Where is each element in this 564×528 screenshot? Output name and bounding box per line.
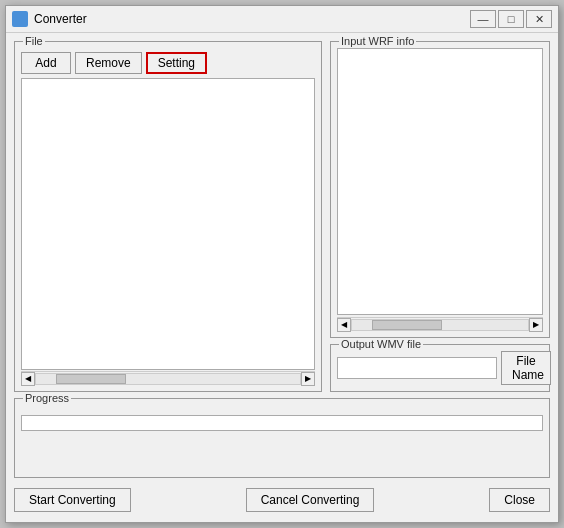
main-window: Converter — □ ✕ File Add Remove Setting [5, 5, 559, 523]
input-wrf-group: Input WRF info ◀ ▶ [330, 41, 550, 338]
output-wmv-group: Output WMV file File Name [330, 344, 550, 392]
output-wmv-label: Output WMV file [339, 338, 423, 350]
maximize-button[interactable]: □ [498, 10, 524, 28]
file-group-label: File [23, 35, 45, 47]
input-wrf-label: Input WRF info [339, 35, 416, 47]
title-controls: — □ ✕ [470, 10, 552, 28]
wrf-hscroll-thumb[interactable] [372, 320, 442, 330]
hscroll-track[interactable] [35, 373, 301, 385]
progress-group: Progress [14, 398, 550, 478]
wrf-hscroll-track[interactable] [351, 319, 529, 331]
file-name-button[interactable]: File Name [501, 351, 551, 385]
top-section: File Add Remove Setting ◀ ▶ [14, 41, 550, 392]
wrf-hscroll-right[interactable]: ▶ [529, 318, 543, 332]
file-group: File Add Remove Setting ◀ ▶ [14, 41, 322, 392]
progress-bar-container [21, 415, 543, 431]
wrf-hscroll-left[interactable]: ◀ [337, 318, 351, 332]
output-filename-input[interactable] [337, 357, 497, 379]
hscroll-thumb[interactable] [56, 374, 126, 384]
main-content: File Add Remove Setting ◀ ▶ [6, 33, 558, 522]
output-row: File Name [337, 351, 543, 385]
app-icon [12, 11, 28, 27]
file-list[interactable] [21, 78, 315, 370]
close-button[interactable]: Close [489, 488, 550, 512]
bottom-buttons: Start Converting Cancel Converting Close [14, 484, 550, 514]
hscroll-right-arrow[interactable]: ▶ [301, 372, 315, 386]
file-buttons: Add Remove Setting [21, 52, 315, 74]
wrf-text-area[interactable] [337, 48, 543, 315]
title-bar-left: Converter [12, 11, 87, 27]
hscroll-left-arrow[interactable]: ◀ [21, 372, 35, 386]
cancel-converting-button[interactable]: Cancel Converting [246, 488, 375, 512]
file-scroll-area: ◀ ▶ [21, 78, 315, 385]
minimize-button[interactable]: — [470, 10, 496, 28]
window-title: Converter [34, 12, 87, 26]
remove-button[interactable]: Remove [75, 52, 142, 74]
start-converting-button[interactable]: Start Converting [14, 488, 131, 512]
right-section: Input WRF info ◀ ▶ Output WMV file [330, 41, 550, 392]
setting-button[interactable]: Setting [146, 52, 207, 74]
file-list-hscrollbar: ◀ ▶ [21, 371, 315, 385]
add-button[interactable]: Add [21, 52, 71, 74]
title-bar: Converter — □ ✕ [6, 6, 558, 33]
wrf-hscrollbar: ◀ ▶ [337, 317, 543, 331]
progress-label: Progress [23, 392, 71, 404]
close-window-button[interactable]: ✕ [526, 10, 552, 28]
